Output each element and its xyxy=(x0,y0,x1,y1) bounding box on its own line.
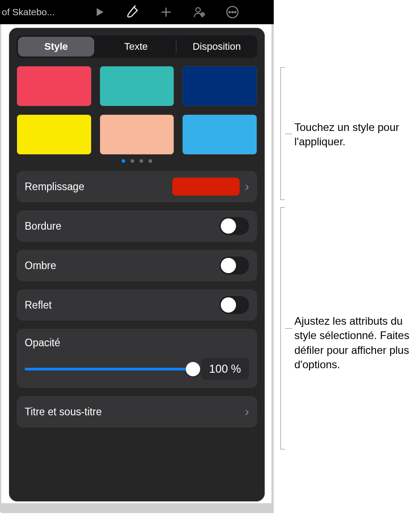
chevron-right-icon: › xyxy=(245,179,249,194)
window-edge-left xyxy=(0,24,1,512)
window-edge-right xyxy=(271,24,274,512)
plus-icon[interactable] xyxy=(149,0,183,24)
svg-point-10 xyxy=(235,12,236,13)
svg-point-8 xyxy=(229,12,230,13)
tab-text[interactable]: Texte xyxy=(96,35,176,58)
reflection-toggle[interactable] xyxy=(219,296,249,314)
style-swatch[interactable] xyxy=(182,114,257,155)
fill-row[interactable]: Remplissage › xyxy=(17,171,257,202)
page-dot-active xyxy=(122,159,125,163)
slider-thumb[interactable] xyxy=(186,362,200,376)
more-icon[interactable] xyxy=(216,0,249,24)
svg-marker-0 xyxy=(97,8,104,16)
callout-text-bottom: Ajustez les attributs du style sélection… xyxy=(294,314,420,372)
shadow-row[interactable]: Ombre xyxy=(17,250,257,281)
opacity-row: Opacité 100 % xyxy=(17,329,257,388)
format-tabs: Style Texte Disposition xyxy=(17,35,257,58)
tab-layout[interactable]: Disposition xyxy=(176,35,257,58)
style-swatch[interactable] xyxy=(100,66,175,106)
page-dot[interactable] xyxy=(140,159,143,163)
svg-point-3 xyxy=(196,8,201,12)
shadow-label: Ombre xyxy=(25,260,219,272)
opacity-label: Opacité xyxy=(25,337,249,349)
reflection-row[interactable]: Reflet xyxy=(17,289,257,321)
style-swatch[interactable] xyxy=(182,66,257,106)
border-row[interactable]: Bordure xyxy=(17,210,257,242)
border-toggle[interactable] xyxy=(219,217,249,235)
style-swatch[interactable] xyxy=(100,114,175,155)
title-subtitle-label: Titre et sous-titre xyxy=(25,406,245,418)
svg-point-9 xyxy=(232,12,233,13)
app-toolbar: of Skatebo... xyxy=(0,0,274,24)
page-dot[interactable] xyxy=(131,159,134,163)
reflection-label: Reflet xyxy=(25,299,219,311)
page-dots xyxy=(17,159,257,163)
play-icon[interactable] xyxy=(83,0,116,24)
chevron-right-icon: › xyxy=(245,405,249,419)
fill-color-chip[interactable] xyxy=(172,178,240,196)
window-edge-bottom xyxy=(1,503,274,513)
page-dot[interactable] xyxy=(149,159,152,163)
opacity-slider[interactable] xyxy=(25,368,193,370)
border-label: Bordure xyxy=(25,220,219,232)
opacity-value[interactable]: 100 % xyxy=(201,358,249,380)
format-brush-icon[interactable] xyxy=(116,0,149,24)
style-swatch-grid xyxy=(17,66,257,155)
callout-bracket-top xyxy=(280,67,285,200)
style-swatch[interactable] xyxy=(17,114,92,155)
callout-bracket-bottom xyxy=(280,207,285,449)
tab-style[interactable]: Style xyxy=(18,37,94,57)
shadow-toggle[interactable] xyxy=(219,257,249,274)
title-subtitle-row[interactable]: Titre et sous-titre › xyxy=(17,396,257,427)
style-swatch[interactable] xyxy=(17,66,92,106)
callout-text-top: Touchez un style pour l'appliquer. xyxy=(294,120,420,149)
collaborate-icon[interactable] xyxy=(183,0,216,24)
format-popover: Style Texte Disposition Remplissage › Bo… xyxy=(9,28,265,501)
fill-label: Remplissage xyxy=(25,181,172,193)
document-title: of Skatebo... xyxy=(0,7,83,17)
